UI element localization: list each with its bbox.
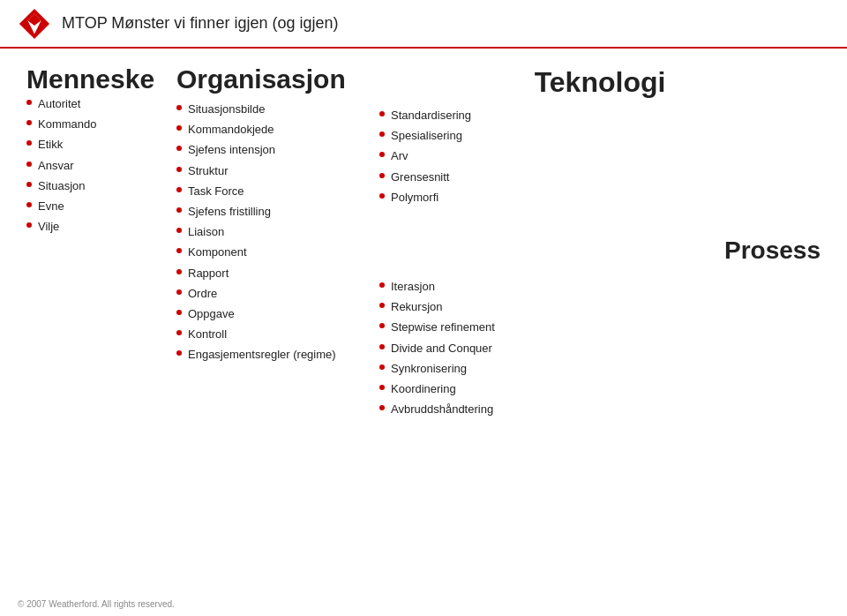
list-item-text: Divide and Conquer	[391, 341, 492, 357]
bullet-dot-icon	[176, 248, 182, 253]
teknologi-section: Teknologi StandardiseringSpesialiseringA…	[379, 66, 821, 210]
bullet-dot-icon	[176, 350, 182, 356]
bullet-dot-icon	[176, 207, 182, 213]
list-item-text: Task Force	[188, 184, 244, 199]
list-item: Kommando	[26, 116, 168, 132]
prosess-heading: Prosess	[724, 237, 821, 265]
list-item: Engasjementsregler (regime)	[176, 347, 371, 363]
list-item-text: Arv	[391, 148, 409, 164]
list-item-text: Autoritet	[38, 96, 80, 112]
list-item: Komponent	[176, 244, 371, 260]
menneske-heading-wrapper: Menneske	[26, 66, 168, 93]
list-item-text: Koordinering	[391, 381, 456, 397]
bullet-dot-icon	[176, 125, 182, 131]
list-item: Task Force	[176, 184, 371, 199]
bullet-dot-icon	[379, 323, 385, 328]
list-item-text: Struktur	[188, 163, 229, 179]
bullet-dot-icon	[176, 105, 182, 110]
list-item: Rekursjon	[379, 299, 821, 315]
menneske-heading: Menneske	[26, 66, 168, 93]
list-item: Etikk	[26, 137, 168, 153]
list-item: Autoritet	[26, 96, 168, 112]
header: MTOP Mønster vi finner igjen (og igjen)	[0, 0, 847, 49]
list-item-text: Situasjon	[38, 178, 85, 194]
bullet-dot-icon	[379, 303, 385, 308]
organisasjon-list: SituasjonsbildeKommandokjedeSjefens inte…	[176, 101, 371, 363]
bullet-dot-icon	[26, 222, 32, 228]
bullet-dot-icon	[26, 162, 32, 167]
menneske-list: AutoritetKommandoEtikkAnsvarSituasjonEvn…	[26, 96, 168, 235]
list-item-text: Synkronisering	[391, 361, 467, 377]
list-item: Oppgave	[176, 306, 371, 322]
list-item: Sjefens intensjon	[176, 142, 371, 158]
bullet-dot-icon	[176, 146, 182, 151]
list-item: Evne	[26, 199, 168, 214]
bullet-dot-icon	[176, 167, 182, 172]
list-item-text: Spesialisering	[391, 128, 462, 144]
list-item-text: Vilje	[38, 219, 59, 235]
bullet-dot-icon	[26, 202, 32, 207]
list-item-text: Ordre	[188, 286, 217, 302]
prosess-header-row: Prosess	[379, 237, 821, 272]
list-item-text: Komponent	[188, 244, 247, 260]
list-item: Struktur	[176, 163, 371, 179]
list-item: Ordre	[176, 286, 371, 302]
list-item: Arv	[379, 148, 821, 164]
bullet-dot-icon	[379, 405, 385, 410]
bullet-dot-icon	[176, 269, 182, 274]
list-item: Vilje	[26, 219, 168, 235]
list-item-text: Avbruddshåndtering	[391, 402, 493, 417]
list-item-text: Kommandokjede	[188, 122, 274, 138]
bullet-dot-icon	[176, 187, 182, 192]
list-item-text: Sjefens intensjon	[188, 142, 275, 158]
list-item-text: Grensesnitt	[391, 169, 449, 185]
header-title: MTOP Mønster vi finner igjen (og igjen)	[62, 14, 338, 33]
bullet-dot-icon	[176, 228, 182, 233]
bullet-dot-icon	[379, 344, 385, 349]
list-item-text: Engasjementsregler (regime)	[188, 347, 336, 363]
list-item: Iterasjon	[379, 279, 821, 295]
list-item: Divide and Conquer	[379, 341, 821, 357]
bullet-dot-icon	[379, 111, 385, 116]
list-item: Kommandokjede	[176, 122, 371, 138]
list-item: Spesialisering	[379, 128, 821, 144]
main-content: Menneske AutoritetKommandoEtikkAnsvarSit…	[0, 49, 847, 590]
bullet-dot-icon	[26, 140, 32, 146]
organisasjon-heading: Organisasjon	[176, 66, 371, 93]
list-item-text: Evne	[38, 199, 64, 214]
list-item: Rapport	[176, 266, 371, 282]
logo-container: MTOP Mønster vi finner igjen (og igjen)	[18, 7, 338, 41]
footer: © 2007 Weatherford. All rights reserved.	[18, 599, 175, 609]
teknologi-heading: Teknologi	[379, 66, 821, 99]
list-item: Sjefens fristilling	[176, 204, 371, 220]
list-item: Liaison	[176, 224, 371, 240]
list-item-text: Sjefens fristilling	[188, 204, 271, 220]
list-item: Avbruddshåndtering	[379, 402, 821, 417]
list-item: Standardisering	[379, 108, 821, 124]
list-item: Polymorfi	[379, 190, 821, 206]
list-item-text: Oppgave	[188, 306, 235, 322]
bullet-dot-icon	[379, 385, 385, 390]
bullet-dot-icon	[379, 152, 385, 157]
list-item-text: Standardisering	[391, 108, 471, 124]
list-item-text: Polymorfi	[391, 190, 438, 206]
teknologi-list: StandardiseringSpesialiseringArvGrensesn…	[379, 108, 821, 206]
list-item: Kontroll	[176, 327, 371, 342]
list-item: Ansvar	[26, 158, 168, 174]
bullet-dot-icon	[379, 364, 385, 370]
list-item-text: Etikk	[38, 137, 63, 153]
list-item-text: Rapport	[188, 266, 229, 282]
list-item-text: Rekursjon	[391, 299, 443, 315]
list-item: Koordinering	[379, 381, 821, 397]
bullet-dot-icon	[176, 289, 182, 295]
list-item: Situasjon	[26, 178, 168, 194]
list-item-text: Iterasjon	[391, 279, 435, 295]
footer-text: © 2007 Weatherford. All rights reserved.	[18, 599, 175, 609]
list-item: Grensesnitt	[379, 169, 821, 185]
bullet-dot-icon	[379, 193, 385, 199]
list-item: Situasjonsbilde	[176, 101, 371, 117]
list-item-text: Ansvar	[38, 158, 73, 174]
bullet-dot-icon	[379, 282, 385, 288]
logo-icon	[18, 7, 51, 41]
bullet-dot-icon	[26, 100, 32, 105]
